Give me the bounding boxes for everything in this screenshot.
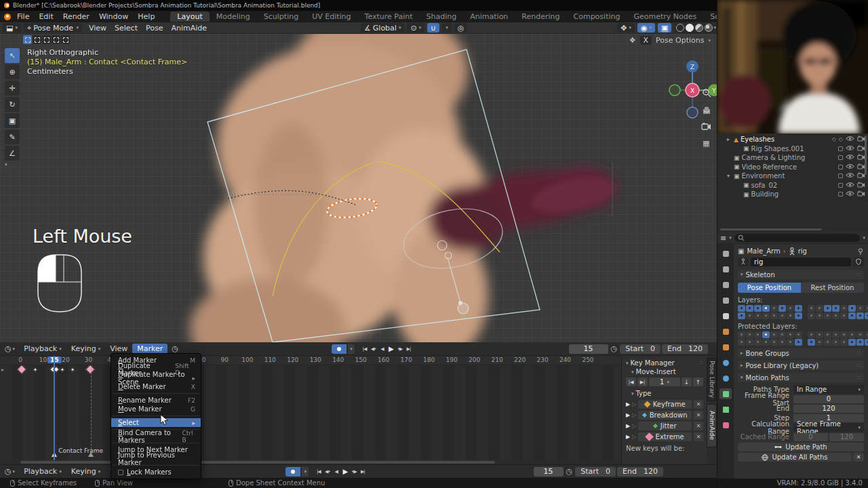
insert-down-icon[interactable]: ↓ <box>682 378 692 386</box>
menu-render[interactable]: Render <box>58 12 94 22</box>
dope-sheet-hscrollbar[interactable] <box>20 461 495 464</box>
select-cursor-icon[interactable]: ▶ <box>626 412 630 418</box>
hide-eye-icon[interactable] <box>846 136 854 143</box>
outliner-item-video-reference[interactable]: ▣Video Reference <box>717 163 868 172</box>
grid-toggle-icon[interactable]: ▦ <box>701 138 712 149</box>
armature-dropdown[interactable] <box>738 258 749 266</box>
select-tweak-button[interactable] <box>23 35 32 44</box>
layer-toggle[interactable] <box>824 331 831 338</box>
workspace-tab-uv-editing[interactable]: UV Editing <box>305 12 357 22</box>
layer-toggle[interactable] <box>746 312 753 319</box>
menu-item-jump-to-previous-marker[interactable]: Jump to Previous Marker <box>111 454 201 463</box>
layer-toggle[interactable] <box>770 312 778 319</box>
tool-annotate-button[interactable]: ✎ <box>5 129 20 144</box>
jump-to-end-button[interactable]: ▶| <box>404 344 413 353</box>
next-keyframe-button[interactable]: •▶ <box>349 467 358 476</box>
frame-end-field[interactable]: End120 <box>662 344 708 354</box>
select-cursor-icon[interactable]: ▶ <box>626 423 630 429</box>
sync-stopwatch-button[interactable]: ◷ <box>169 344 181 354</box>
clear-paths-button[interactable]: ✕ <box>853 453 864 462</box>
overlays-toggle[interactable]: ◉▾ <box>637 23 655 33</box>
menu-file[interactable]: File <box>12 12 34 22</box>
editor-type-button[interactable]: ⬓▾ <box>3 23 21 33</box>
tool-cursor-button[interactable]: ⊕ <box>5 64 20 79</box>
layer-toggle[interactable] <box>738 339 745 346</box>
properties-tab-scene[interactable] <box>719 310 732 321</box>
properties-tab-output[interactable] <box>719 279 732 290</box>
selectability-checkbox[interactable] <box>838 165 843 169</box>
viewport-3d[interactable]: ❖ X Pose Options ▾ ↖⊕✛↻▣✎∠▾ Right Orthog… <box>0 34 717 342</box>
layer-toggle[interactable] <box>816 312 823 319</box>
jump-to-start-button[interactable]: |◀ <box>314 467 323 476</box>
keyframe-dot[interactable] <box>33 367 37 371</box>
layer-toggle[interactable] <box>754 331 762 338</box>
layer-toggle[interactable] <box>808 339 815 346</box>
hide-eye-icon[interactable] <box>846 190 854 198</box>
layer-toggle[interactable] <box>816 339 823 346</box>
layer-toggle[interactable] <box>840 312 848 319</box>
hide-eye-icon[interactable] <box>846 182 854 189</box>
layer-toggle[interactable] <box>865 331 868 338</box>
hide-eye-icon[interactable] <box>846 145 854 152</box>
channel-expand-icon[interactable]: ▸ <box>1 367 4 373</box>
key-type-button-jitter[interactable]: Jitter <box>638 422 692 430</box>
layer-toggle[interactable] <box>856 339 864 346</box>
layer-toggle[interactable] <box>787 312 794 319</box>
gizmo-dropdown[interactable]: ✥▾ <box>617 23 635 33</box>
type-header[interactable]: ▾ Type <box>626 389 703 398</box>
menu-edit[interactable]: Edit <box>34 12 58 22</box>
properties-editor-icon[interactable]: ≡ <box>720 234 726 243</box>
material-shading-button[interactable] <box>695 24 703 32</box>
tool-column-expand-icon[interactable]: ▾ <box>5 162 20 167</box>
menu-item-duplicate-marker-to-scene[interactable]: Duplicate Marker to Scene▸ <box>111 373 201 382</box>
tool-rotate-button[interactable]: ↻ <box>5 97 20 112</box>
fake-user-shield-icon[interactable] <box>853 258 864 266</box>
properties-tab-object[interactable] <box>719 342 732 352</box>
layer-toggle[interactable] <box>832 331 840 338</box>
workspace-tab-shading[interactable]: Shading <box>420 12 464 22</box>
play-reverse-button[interactable]: ◀ <box>378 344 387 353</box>
layer-toggle[interactable] <box>738 331 745 338</box>
menu-item-bind-camera-to-markers[interactable]: Bind Camera to MarkersCtrl B <box>111 432 201 441</box>
layer-toggle[interactable] <box>856 305 864 312</box>
move-insert-header[interactable]: ▾ Move-Insert <box>626 367 703 376</box>
disclosure-icon[interactable]: ▸ <box>727 136 734 142</box>
tool-transform-button[interactable]: ▣ <box>5 113 20 128</box>
motion-paths-panel-header[interactable]: ▾ Motion Paths ∷ <box>738 373 864 382</box>
frame-start-field[interactable]: Start0 <box>620 344 660 354</box>
selectability-checkbox[interactable] <box>838 155 843 160</box>
properties-tab-texture[interactable] <box>719 420 732 430</box>
play-button[interactable]: ▶ <box>387 344 395 353</box>
layer-toggle[interactable] <box>808 312 815 319</box>
pivot-dropdown[interactable]: ⊙▾ <box>407 23 425 33</box>
timeline-record-button[interactable] <box>285 467 300 476</box>
amount-field[interactable]: 1▾ <box>649 378 680 386</box>
workspace-tab-geometry-nodes[interactable]: Geometry Nodes <box>627 12 703 22</box>
layer-toggle[interactable] <box>787 305 794 312</box>
layer-toggle[interactable] <box>787 331 794 338</box>
current-frame-field[interactable]: 15 <box>569 344 608 354</box>
trash-icon[interactable]: ✕ <box>694 400 703 409</box>
trash-icon[interactable]: ✕ <box>694 422 703 430</box>
timeline-frame-field[interactable]: 15 <box>534 467 564 476</box>
next-keyframe-button[interactable]: •▶ <box>395 344 404 353</box>
layer-toggle[interactable] <box>795 331 802 338</box>
trash-icon[interactable]: ✕ <box>694 411 703 420</box>
outliner-item-building[interactable]: ▣Building <box>717 190 868 199</box>
prev-keyframe-button[interactable]: ◀• <box>323 467 332 476</box>
layer-toggle[interactable] <box>840 331 848 338</box>
layer-toggle[interactable] <box>746 331 753 338</box>
checkbox-icon[interactable] <box>118 470 123 475</box>
properties-tab-physics[interactable] <box>719 357 732 368</box>
selectability-checkbox[interactable] <box>838 183 843 188</box>
properties-tab-view-layer[interactable] <box>719 295 732 306</box>
key-manager-header[interactable]: ▾ Key Manager ∷ <box>626 359 703 367</box>
viewport-menu-view[interactable]: View <box>85 24 111 33</box>
select-extend-button[interactable] <box>61 35 70 44</box>
jump-to-end-button[interactable]: ▶| <box>358 467 367 476</box>
tab-animaide[interactable]: AnimAide <box>707 404 717 447</box>
workspace-tab-rendering[interactable]: Rendering <box>515 12 566 22</box>
tab-pose-library[interactable]: Pose Library <box>707 358 717 401</box>
mode-dropdown[interactable]: ⌖ Pose Mode ▾ <box>24 23 82 33</box>
deselect-cursor-icon[interactable]: ▷ <box>632 401 636 407</box>
